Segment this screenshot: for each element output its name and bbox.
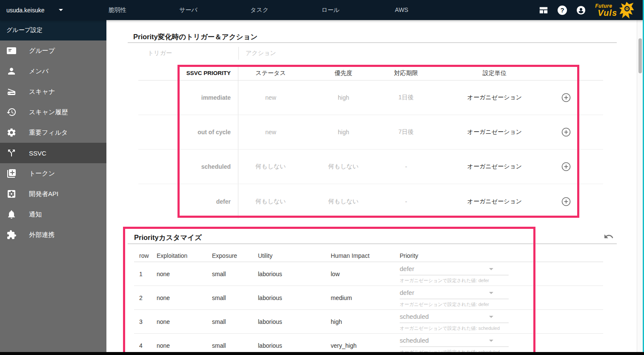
- trigger-group-label: トリガー: [138, 47, 238, 60]
- logo-bird-icon: [618, 1, 635, 19]
- scrollbar-thumb[interactable]: [638, 38, 642, 73]
- sidebar-header: グループ設定: [0, 20, 106, 40]
- account-icon[interactable]: [576, 6, 586, 15]
- app-root: usuda.keisuke 脆弱性 サーバ タスク ロール AWS ? Fu: [0, 0, 644, 355]
- customize-row-3: 3 none small laborious high scheduled オー…: [134, 310, 603, 334]
- customize-section-title: Priorityカスタマイズ: [134, 233, 617, 242]
- col-ssvc-priority: SSVC PRIORITY: [138, 66, 238, 80]
- col-task-priority: 優先度: [303, 69, 384, 77]
- nav-item-vulnerability[interactable]: 脆弱性: [82, 0, 153, 20]
- trigger-action-table: SSVC PRIORITY ステータス 優先度 対応期限 設定単位 immedi…: [138, 66, 603, 219]
- main-content: Priority変化時のトリガー＆アクション トリガー アクション SSVC P…: [106, 20, 644, 355]
- sidebar-item-important-filter[interactable]: 重要フィルタ: [0, 122, 106, 143]
- priority-select[interactable]: scheduled オーガニゼーションで設定された値: scheduled: [400, 310, 509, 332]
- add-action-icon[interactable]: [561, 92, 571, 103]
- member-person-icon: [6, 66, 17, 76]
- nav-item-role[interactable]: ロール: [295, 0, 366, 20]
- scrollbar[interactable]: [637, 20, 643, 355]
- sidebar-item-member[interactable]: メンバ: [0, 61, 106, 81]
- add-action-icon[interactable]: [561, 196, 571, 207]
- table-row-defer: defer 何もしない 何もしない - オーガニゼーション: [138, 184, 603, 219]
- add-action-icon[interactable]: [561, 162, 571, 172]
- nav-item-task[interactable]: タスク: [224, 0, 295, 20]
- sidebar-item-token[interactable]: トークン: [0, 163, 106, 184]
- user-name: usuda.keisuke: [6, 7, 45, 14]
- help-icon[interactable]: ?: [558, 6, 567, 15]
- group-card-icon: [6, 46, 17, 56]
- apps-grid-icon[interactable]: [539, 6, 548, 15]
- priority-select[interactable]: defer オーガニゼーションで設定された値: defer: [400, 286, 509, 308]
- action-group-label: アクション: [238, 47, 617, 60]
- trigger-action-group-headers: トリガー アクション: [138, 47, 617, 60]
- dropdown-arrow-icon: [489, 268, 493, 270]
- notification-bell-icon: [6, 209, 17, 219]
- main-nav: 脆弱性 サーバ タスク ロール AWS: [82, 0, 437, 20]
- sidebar-item-scan-history[interactable]: スキャン履歴: [0, 102, 106, 122]
- sidebar-item-notification[interactable]: 通知: [0, 204, 106, 225]
- user-menu[interactable]: usuda.keisuke: [6, 0, 63, 20]
- sidebar-item-scanner[interactable]: スキャナ: [0, 81, 106, 102]
- col-human-impact: Human Impact: [326, 252, 395, 259]
- col-utility: Utility: [253, 252, 326, 259]
- ssvc-split-icon: [6, 148, 17, 158]
- top-navbar: usuda.keisuke 脆弱性 サーバ タスク ロール AWS ? Fu: [0, 0, 644, 20]
- customize-table-header: row Exploitation Exposure Utility Human …: [134, 244, 603, 262]
- org-default-hint: オーガニゼーションで設定された値: scheduled: [400, 325, 509, 332]
- dropdown-arrow-icon: [489, 340, 493, 342]
- col-deadline: 対応期限: [384, 69, 428, 77]
- nav-item-aws[interactable]: AWS: [366, 0, 437, 20]
- sidebar-item-integration[interactable]: 外部連携: [0, 225, 106, 245]
- developer-api-gear-icon: [6, 189, 17, 199]
- table-row-out-of-cycle: out of cycle new high 7日後 オーガニゼーション: [138, 115, 603, 150]
- trigger-table-header: SSVC PRIORITY ステータス 優先度 対応期限 設定単位: [138, 66, 603, 81]
- sidebar-item-developer-api[interactable]: 開発者API: [0, 184, 106, 204]
- important-filter-gear-icon: [6, 127, 17, 138]
- org-default-hint: オーガニゼーションで設定された値: defer: [400, 277, 509, 284]
- col-exploitation: Exploitation: [152, 252, 207, 259]
- customize-row-1: 1 none small laborious low defer オーガニゼーシ…: [134, 262, 603, 286]
- chevron-down-icon: [59, 9, 63, 11]
- scanner-icon: [6, 87, 17, 97]
- navbar-right: ? Future Vuls: [539, 0, 635, 20]
- token-card-plus-icon: [6, 168, 17, 179]
- dropdown-arrow-icon: [489, 292, 493, 294]
- sidebar-item-ssvc[interactable]: SSVC: [0, 143, 106, 163]
- col-status: ステータス: [238, 69, 303, 77]
- undo-icon[interactable]: [604, 231, 614, 242]
- table-row-scheduled: scheduled 何もしない 何もしない - オーガニゼーション: [138, 150, 603, 184]
- add-action-icon[interactable]: [561, 127, 571, 137]
- trigger-section-title: Priority変化時のトリガー＆アクション: [133, 32, 617, 41]
- customize-row-2: 2 none small laborious medium defer オーガニ…: [134, 286, 603, 310]
- scan-history-icon: [6, 107, 17, 117]
- futurevuls-logo[interactable]: Future Vuls: [595, 1, 635, 19]
- logo-text-future: Future: [595, 3, 612, 9]
- col-row: row: [134, 252, 152, 259]
- priority-select[interactable]: defer オーガニゼーションで設定された値: defer: [400, 262, 509, 284]
- screen-bottom-edge: [0, 352, 644, 355]
- col-exposure: Exposure: [207, 252, 253, 259]
- table-row-immediate: immediate new high 1日後 オーガニゼーション: [138, 81, 603, 115]
- priority-customize-table: row Exploitation Exposure Utility Human …: [134, 244, 603, 355]
- col-setting-unit: 設定単位: [428, 69, 561, 77]
- col-priority: Priority: [395, 252, 603, 259]
- dropdown-arrow-icon: [489, 316, 493, 318]
- sidebar-item-group[interactable]: グループ: [0, 40, 106, 61]
- sidebar: グループ設定 グループ メンバ スキャナ スキャン履歴: [0, 20, 106, 355]
- integration-puzzle-icon: [6, 230, 17, 240]
- org-default-hint: オーガニゼーションで設定された値: defer: [400, 301, 509, 308]
- section-divider: [128, 42, 617, 43]
- logo-text-vuls: Vuls: [598, 9, 617, 17]
- nav-item-server[interactable]: サーバ: [153, 0, 224, 20]
